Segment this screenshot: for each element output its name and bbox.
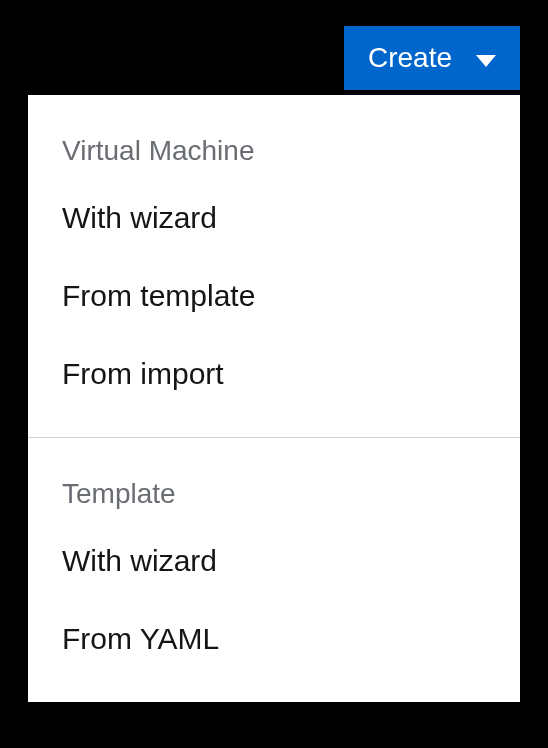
create-button[interactable]: Create: [344, 26, 520, 90]
menu-section-template: Template With wizard From YAML: [28, 438, 520, 702]
menu-item-template-with-wizard[interactable]: With wizard: [28, 522, 520, 600]
create-dropdown-menu: Virtual Machine With wizard From templat…: [28, 95, 520, 702]
create-button-label: Create: [368, 42, 452, 74]
menu-item-vm-from-template[interactable]: From template: [28, 257, 520, 335]
menu-item-vm-from-import[interactable]: From import: [28, 335, 520, 413]
menu-item-template-from-yaml[interactable]: From YAML: [28, 600, 520, 678]
section-header-virtual-machine: Virtual Machine: [28, 119, 520, 179]
section-header-template: Template: [28, 462, 520, 522]
menu-item-vm-with-wizard[interactable]: With wizard: [28, 179, 520, 257]
menu-section-virtual-machine: Virtual Machine With wizard From templat…: [28, 95, 520, 437]
caret-down-icon: [476, 42, 496, 74]
